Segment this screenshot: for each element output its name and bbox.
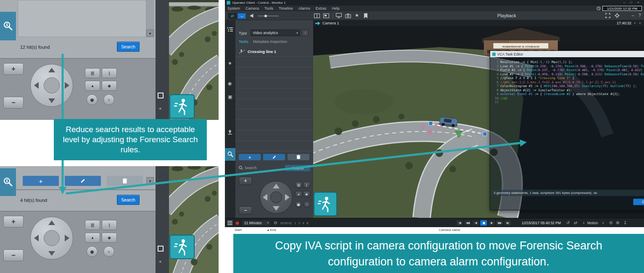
speaker-icon[interactable]	[250, 13, 255, 18]
image-pane-icon[interactable]: ▣	[228, 94, 232, 100]
favorites-star-icon[interactable]: ★	[228, 61, 232, 66]
menu-tools[interactable]: Tools	[264, 6, 273, 11]
forensic-search-tab-active[interactable]	[225, 148, 235, 161]
menu-camera[interactable]: Camera	[245, 6, 259, 11]
iris-close-button[interactable]: ◈	[102, 81, 117, 91]
ptz-down-icon[interactable]	[273, 206, 280, 211]
focus-near-button[interactable]: |||	[85, 220, 100, 230]
zoom-in-button[interactable]: +	[239, 177, 252, 185]
ptz-joystick[interactable]	[30, 64, 73, 107]
maximize-icon[interactable]: □	[630, 0, 632, 4]
task-row-empty[interactable]	[235, 67, 313, 78]
task-row-empty[interactable]	[235, 130, 313, 141]
edit-task-button[interactable]	[263, 154, 285, 160]
ptz-right-icon[interactable]	[65, 235, 69, 241]
fast-rewind-button[interactable]: ◀◀	[464, 220, 471, 226]
pane-pin-icon[interactable]: ▪	[634, 21, 636, 25]
focus-far-button[interactable]: |	[102, 68, 117, 78]
ptz-joystick[interactable]	[260, 181, 293, 214]
ptz-up-icon[interactable]	[48, 220, 55, 225]
settings-gear-icon[interactable]	[615, 13, 620, 18]
record-icon[interactable]	[235, 221, 239, 225]
edit-rule-button[interactable]	[65, 176, 101, 186]
iris-close-button[interactable]: ◈	[303, 191, 310, 197]
logbook-icon[interactable]	[227, 221, 232, 225]
search-button[interactable]: Search	[117, 195, 140, 205]
scroll-down-icon[interactable]: ▾	[146, 177, 154, 185]
add-task-button[interactable]: +	[239, 154, 261, 160]
live-mode-button[interactable]: ⇄	[228, 13, 237, 19]
prev-stream-icon[interactable]: ‹	[583, 220, 584, 225]
zoom-out-icon[interactable]: ⊖	[609, 220, 612, 225]
step-forward-button[interactable]: ▶	[488, 220, 495, 226]
delete-task-button[interactable]	[288, 154, 309, 160]
minimize-toolbar-icon[interactable]: –	[632, 13, 634, 18]
bookmark-icon[interactable]	[364, 13, 368, 19]
logical-tree-icon[interactable]	[227, 27, 233, 32]
ptz-up-icon[interactable]	[273, 184, 280, 188]
task-row-empty[interactable]	[235, 78, 313, 88]
sync-icon[interactable]: ⇄	[574, 220, 577, 225]
menu-help[interactable]: Help	[332, 6, 340, 11]
tab-tasks[interactable]: Tasks	[239, 40, 248, 44]
pause-button[interactable]: ▮▮	[480, 220, 487, 226]
ptz-up-icon[interactable]	[48, 68, 55, 72]
menu-extras[interactable]: Extras	[316, 6, 327, 11]
preset-button-1[interactable]: ◉	[87, 94, 98, 105]
close-icon[interactable]: ×	[637, 0, 639, 4]
star-icon[interactable]: ★	[355, 13, 359, 18]
skip-start-button[interactable]: |◀	[456, 220, 463, 226]
export-icon[interactable]	[227, 130, 232, 135]
timeline-zoom-out-icon[interactable]: ⊖	[274, 220, 277, 225]
preset-button-1[interactable]: ◉	[295, 201, 302, 208]
menu-system[interactable]: System	[227, 6, 240, 11]
single-pane-icon[interactable]	[323, 13, 329, 18]
delete-rule-button[interactable]	[107, 176, 143, 186]
menu-timeline[interactable]: Timeline	[279, 6, 293, 11]
playback-mode-button[interactable]: →	[238, 13, 246, 19]
ptz-joystick-center[interactable]	[270, 191, 282, 203]
line-handle-end[interactable]	[483, 132, 487, 136]
skip-end-button[interactable]: ▶|	[504, 220, 511, 226]
ptz-joystick-center[interactable]	[44, 230, 60, 246]
iris-open-button[interactable]: ▲	[295, 191, 302, 197]
zoom-in-button[interactable]: +	[3, 216, 24, 228]
pane-close-icon[interactable]: ×	[159, 259, 161, 264]
volume-slider[interactable]	[258, 16, 279, 16]
add-rule-button[interactable]: +	[23, 176, 59, 186]
type-dropdown[interactable]: Video analytics ▾	[251, 29, 300, 36]
step-back-button[interactable]: ◀	[472, 220, 479, 226]
clear-type-button[interactable]: ×	[302, 29, 309, 36]
pane-close-icon[interactable]: ×	[159, 106, 161, 111]
zoom-in-icon[interactable]: ⊕	[616, 220, 619, 225]
person-detection-overlay[interactable]	[169, 235, 195, 259]
preset-button-2[interactable]: ○	[304, 201, 310, 208]
ptz-down-icon[interactable]	[48, 98, 55, 103]
task-row-crossing-line[interactable]: Crossing line 1	[235, 46, 313, 57]
volume-slider-handle[interactable]	[264, 15, 267, 17]
zoom-out-button[interactable]: −	[3, 249, 24, 261]
tab-metadata-inspection[interactable]: Metadata Inspection	[253, 40, 287, 44]
iris-close-button[interactable]: ◈	[102, 233, 117, 243]
task-row-empty[interactable]	[235, 99, 313, 109]
focus-near-button[interactable]: |||	[295, 182, 302, 188]
pane-layout-icon[interactable]	[314, 13, 320, 18]
ptz-left-icon[interactable]	[263, 194, 267, 201]
focus-far-button[interactable]: |	[303, 182, 310, 188]
ptz-joystick-center[interactable]	[44, 77, 60, 93]
minimize-icon[interactable]: –	[623, 0, 625, 4]
ptz-left-icon[interactable]	[34, 82, 39, 89]
fullscreen-icon[interactable]	[605, 13, 610, 18]
iris-open-button[interactable]: ▲	[85, 81, 100, 91]
loop-icon[interactable]: ↺	[566, 220, 570, 225]
panel-search-button[interactable]: Search	[285, 165, 310, 171]
pane-checkbox-icon[interactable]	[158, 246, 164, 252]
preset-button-1[interactable]: ◉	[87, 246, 98, 257]
person-detection-overlay[interactable]	[314, 192, 337, 216]
ptz-left-icon[interactable]	[34, 235, 39, 241]
next-stream-icon[interactable]: ›	[602, 220, 604, 225]
forensic-search-tab[interactable]	[0, 12, 16, 40]
preset-button-2[interactable]: ○	[103, 94, 114, 105]
ptz-right-icon[interactable]	[285, 194, 290, 201]
iris-open-button[interactable]: ▲	[85, 233, 100, 243]
